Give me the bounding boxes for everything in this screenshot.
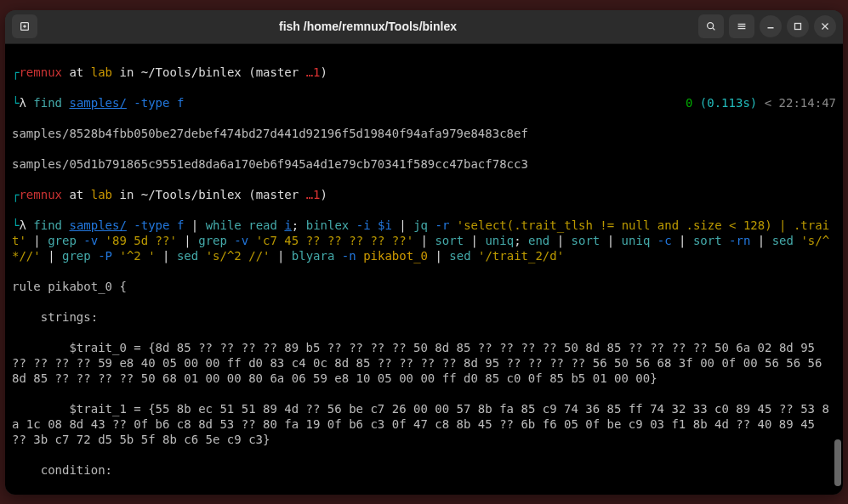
window-title: fish /home/remnux/Tools/binlex: [37, 20, 698, 33]
output-line: samples/8528b4fbb050be27debef474bd27d441…: [12, 126, 836, 141]
maximize-button[interactable]: [787, 15, 809, 37]
new-tab-button[interactable]: [12, 14, 37, 38]
terminal-window: fish /home/remnux/Tools/binlex ┌remnux a…: [5, 10, 843, 495]
svg-point-1: [708, 23, 714, 29]
hamburger-menu-button[interactable]: [729, 14, 754, 38]
timing-info: 0 (0.113s) < 22:14:47: [686, 95, 836, 110]
minimize-button[interactable]: [760, 15, 782, 37]
prompt-path: ~/Tools/binlex: [141, 65, 242, 79]
scrollbar[interactable]: [834, 439, 841, 486]
prompt-user: remnux: [19, 65, 62, 79]
terminal-content[interactable]: ┌remnux at lab in ~/Tools/binlex (master…: [5, 44, 843, 495]
close-button[interactable]: [814, 15, 836, 37]
yara-output: rule pikabot_0 {: [12, 279, 836, 294]
output-line: samples/05d1b791865c9551ed8da6a170eb6f94…: [12, 156, 836, 172]
prompt-host: lab: [91, 65, 112, 79]
search-button[interactable]: [698, 14, 724, 38]
svg-rect-2: [795, 24, 801, 30]
titlebar: fish /home/remnux/Tools/binlex: [5, 10, 843, 44]
